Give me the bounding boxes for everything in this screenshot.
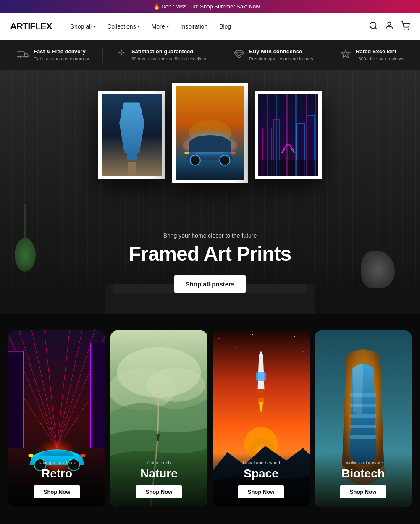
trust-divider	[102, 47, 103, 63]
svg-point-54	[147, 368, 205, 402]
trust-item-confidence: Buy with confidence Premium quality art …	[234, 48, 313, 62]
hero-posters	[98, 83, 322, 183]
nav-shop-all[interactable]: Shop all ▾	[66, 20, 101, 33]
svg-rect-56	[158, 437, 159, 441]
svg-point-29	[286, 146, 290, 149]
category-card-space[interactable]: Travel and beyond Space Shop Now	[213, 330, 310, 507]
nav-links: Shop all ▾ Collections ▾ More ▾ Inspirat…	[66, 20, 369, 33]
svg-rect-23	[259, 94, 318, 176]
svg-rect-11	[126, 115, 138, 119]
poster-frame-1	[98, 91, 165, 179]
navbar: ARTIFLEX Shop all ▾ Collections ▾ More ▾…	[0, 13, 420, 40]
hero-subtitle: Bring your home closer to the future	[129, 232, 291, 239]
cart-icon[interactable]	[401, 21, 410, 32]
trust-item-rated: Rated Excellent 1500+ five star reviews	[341, 48, 403, 62]
svg-rect-24	[263, 128, 271, 176]
search-icon[interactable]	[369, 21, 378, 32]
poster-image-3	[258, 94, 318, 176]
svg-rect-27	[307, 115, 315, 176]
biotech-shop-button[interactable]: Shop Now	[340, 485, 387, 498]
nav-more[interactable]: More ▾	[147, 20, 174, 33]
star-icon	[341, 49, 351, 61]
svg-point-0	[370, 22, 376, 29]
space-title: Space	[221, 467, 301, 480]
trust-divider-2	[220, 47, 220, 63]
chevron-down-icon: ▾	[138, 24, 140, 29]
svg-point-4	[408, 29, 409, 29]
nav-collections[interactable]: Collections ▾	[102, 20, 144, 33]
space-shop-button[interactable]: Shop Now	[238, 485, 285, 498]
poster-image-2	[176, 86, 244, 180]
svg-rect-9	[123, 103, 140, 106]
poster-image-1	[102, 94, 162, 176]
svg-point-2	[388, 22, 391, 25]
space-card-content: Travel and beyond Space Shop Now	[213, 452, 310, 507]
svg-point-6	[18, 56, 21, 58]
biotech-title: Biotech	[323, 467, 403, 480]
svg-rect-21	[184, 152, 189, 154]
nature-title: Nature	[119, 467, 199, 480]
poster-frame-3	[255, 91, 322, 179]
svg-rect-26	[297, 124, 305, 176]
nav-blog[interactable]: Blog	[214, 20, 236, 33]
trust-item-delivery: Fast & Free delivery Get it as soon as t…	[17, 48, 89, 62]
sparkle-icon	[116, 49, 126, 61]
category-card-biotech[interactable]: Involve and inovate Biotech Shop Now	[315, 330, 412, 507]
retro-eyebrow: Taking a look back	[17, 460, 97, 465]
svg-point-7	[25, 56, 27, 58]
retro-shop-button[interactable]: Shop Now	[34, 485, 81, 498]
poster-frame-2	[172, 83, 248, 183]
trust-bar: Fast & Free delivery Get it as soon as t…	[0, 40, 420, 70]
account-icon[interactable]	[385, 21, 394, 32]
svg-point-61	[278, 343, 278, 343]
hero-cta-button[interactable]: Shop all posters	[174, 275, 247, 293]
trust-rated-subtitle: 1500+ five star reviews	[356, 56, 403, 61]
svg-rect-66	[256, 372, 266, 381]
space-eyebrow: Travel and beyond	[221, 460, 301, 465]
svg-point-18	[182, 137, 237, 154]
svg-point-20	[220, 155, 230, 165]
svg-rect-45	[91, 343, 106, 448]
retro-card-content: Taking a look back Retro Shop Now	[8, 452, 105, 507]
svg-rect-22	[231, 152, 235, 154]
nature-eyebrow: Calm touch	[119, 460, 199, 465]
hero-title: Framed Art Prints	[129, 242, 291, 265]
announcement-icon: 🔥	[153, 3, 160, 10]
trust-confidence-subtitle: Premium quality art and frames	[249, 56, 313, 61]
svg-rect-72	[350, 435, 377, 439]
trust-confidence-title: Buy with confidence	[249, 48, 313, 55]
chevron-down-icon: ▾	[167, 24, 169, 29]
svg-point-62	[294, 336, 295, 337]
svg-rect-28	[287, 149, 289, 157]
announcement-bar[interactable]: 🔥 Don't Miss Out: Shop Summer Sale Now →	[0, 0, 420, 13]
svg-rect-5	[17, 52, 24, 57]
svg-rect-14	[127, 134, 137, 160]
truck-icon	[17, 50, 29, 60]
category-card-retro[interactable]: Taking a look back Retro Shop Now	[8, 330, 105, 507]
chevron-down-icon: ▾	[93, 24, 95, 29]
svg-rect-70	[350, 414, 377, 418]
svg-rect-10	[121, 109, 142, 114]
trust-item-satisfaction: Satisfaction guaranteed 30 day easy retu…	[116, 48, 207, 62]
category-grid: Taking a look back Retro Shop Now	[0, 314, 420, 524]
svg-point-19	[190, 155, 200, 165]
logo[interactable]: ARTIFLEX	[10, 21, 52, 32]
svg-point-3	[404, 29, 404, 29]
trust-delivery-title: Fast & Free delivery	[34, 48, 89, 55]
svg-point-63	[303, 351, 304, 352]
svg-rect-25	[273, 120, 280, 176]
nav-inspiration[interactable]: Inspiration	[176, 20, 213, 33]
retro-title: Retro	[17, 467, 97, 480]
svg-point-60	[252, 334, 253, 335]
biotech-card-content: Involve and inovate Biotech Shop Now	[315, 452, 412, 507]
hero-text-content: Bring your home closer to the future Fra…	[129, 232, 291, 293]
svg-rect-44	[9, 356, 21, 448]
svg-line-1	[375, 27, 377, 29]
category-card-nature[interactable]: Calm touch Nature Shop Now	[110, 330, 207, 507]
biotech-eyebrow: Involve and inovate	[323, 460, 403, 465]
nature-shop-button[interactable]: Shop Now	[136, 485, 183, 498]
svg-point-59	[236, 347, 236, 348]
svg-rect-15	[128, 162, 136, 176]
trust-satisfaction-subtitle: 30 day easy returns. Rated excellent	[131, 56, 207, 61]
svg-rect-13	[124, 128, 139, 131]
